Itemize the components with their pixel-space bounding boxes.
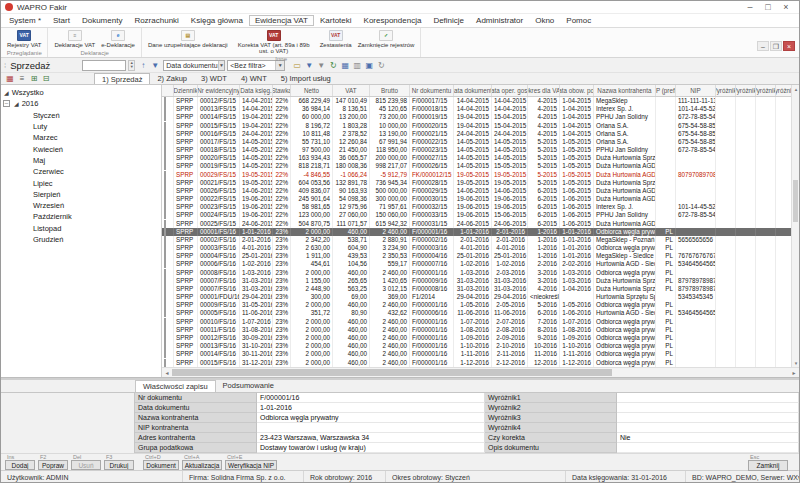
column-header-Data księg.[interactable]: Data księg. bbox=[240, 85, 273, 96]
row-checkbox[interactable] bbox=[162, 342, 174, 350]
tree-item-month-marzec[interactable]: Marzec bbox=[1, 132, 161, 143]
column-header-Nr dokumentu[interactable]: Nr dokumentu bbox=[410, 85, 454, 96]
tree-item-month-wrzesień[interactable]: Wrzesień bbox=[1, 200, 161, 211]
row-checkbox[interactable] bbox=[162, 105, 174, 113]
table-row[interactable]: SPRP00024/FS/1519-06-201522%123 000,0027… bbox=[162, 211, 799, 219]
column-header-Wyróżnik4[interactable]: Wyróżnik4 bbox=[776, 85, 792, 96]
menu-item-okno[interactable]: Okno bbox=[529, 15, 560, 26]
row-checkbox[interactable] bbox=[162, 97, 174, 105]
column-header-Wyróżnik1[interactable]: Wyróżnik1 bbox=[716, 85, 736, 96]
close-window-icon[interactable]: × bbox=[777, 1, 795, 13]
tab-sprzedaż[interactable]: 1) Sprzedaż bbox=[94, 73, 150, 84]
tree-item-month-grudzień[interactable]: Grudzień bbox=[1, 234, 161, 245]
zamknij-button[interactable]: Zamknij bbox=[748, 460, 788, 471]
row-checkbox[interactable] bbox=[162, 350, 174, 358]
table-row[interactable]: SPRP00017/FS/1514-05-201522%55 731,1012 … bbox=[162, 138, 799, 146]
column-header-Data oper. gosp.[interactable]: Data oper. gosp. bbox=[492, 85, 528, 96]
maximize-window-icon[interactable]: □ bbox=[759, 1, 777, 13]
popraw-button[interactable]: Popraw bbox=[38, 460, 68, 470]
tree-item-year[interactable]: –◢2016 bbox=[1, 98, 161, 109]
row-checkbox[interactable] bbox=[162, 326, 174, 334]
tree-item-month-styczeń[interactable]: Styczeń bbox=[1, 110, 161, 121]
scroll-down-icon[interactable]: ▾ bbox=[792, 359, 799, 367]
scroll-right-icon[interactable]: ▸ bbox=[789, 368, 799, 377]
tree-item-month-luty[interactable]: Luty bbox=[1, 121, 161, 132]
column-header-Data obow. pod.[interactable]: Data obow. pod. bbox=[560, 85, 594, 96]
table-row[interactable]: SPRP00007/FS/1631-03-201623%2 448,90563,… bbox=[162, 285, 799, 293]
ribbon-button-reports[interactable]: VATZestawienia bbox=[317, 29, 355, 48]
row-checkbox[interactable] bbox=[162, 285, 174, 293]
row-checkbox[interactable] bbox=[162, 130, 174, 138]
scroll-left-icon[interactable]: ◂ bbox=[162, 368, 172, 377]
row-checkbox[interactable] bbox=[162, 260, 174, 268]
menu-item-definicje[interactable]: Definicje bbox=[427, 15, 470, 26]
details-tab-1[interactable]: Podsumowanie bbox=[216, 380, 281, 392]
menu-item-ewidencja-vat[interactable]: Ewidencja VAT bbox=[249, 15, 314, 26]
row-checkbox[interactable] bbox=[162, 359, 174, 367]
row-checkbox[interactable] bbox=[162, 187, 174, 195]
mdi-restore-icon[interactable]: ❐ bbox=[770, 41, 782, 51]
row-checkbox[interactable] bbox=[162, 334, 174, 342]
dodaj-button[interactable]: Dodaj bbox=[5, 460, 35, 470]
horizontal-scrollbar[interactable]: ◂ ▸ bbox=[162, 367, 799, 377]
ribbon-button-vat-correction[interactable]: VATKorekta VAT (art. 89a i 89b ust. o VA… bbox=[231, 29, 317, 55]
tree-item-month-maj[interactable]: Maj bbox=[1, 155, 161, 166]
column-header-Dziennik[interactable]: Dziennik bbox=[174, 85, 198, 96]
tab-import-usług[interactable]: 5) Import usług bbox=[274, 73, 338, 84]
mdi-close-icon[interactable]: × bbox=[783, 41, 795, 51]
row-checkbox[interactable] bbox=[162, 301, 174, 309]
tab-wnt[interactable]: 4) WNT bbox=[234, 73, 274, 84]
table-row[interactable]: SPRP00015/FS/1631-12-201623%2 000,00460,… bbox=[162, 359, 799, 367]
tree-item-month-listopad[interactable]: Listopad bbox=[1, 223, 161, 234]
row-checkbox[interactable] bbox=[162, 252, 174, 260]
column-header-Okres dla VAT[interactable]: Okres dla VAT bbox=[528, 85, 560, 96]
row-checkbox[interactable] bbox=[162, 277, 174, 285]
menu-item-start[interactable]: Start bbox=[47, 15, 76, 26]
column-header-VAT[interactable]: VAT bbox=[333, 85, 370, 96]
column-header-NIP[interactable]: NIP bbox=[676, 85, 716, 96]
ribbon-button-vat-declarations[interactable]: ≡Deklaracje VAT bbox=[51, 29, 98, 48]
dokument-button[interactable]: Dokument bbox=[143, 460, 179, 470]
details-tab-0[interactable]: Właściwości zapisu bbox=[135, 380, 216, 392]
table-row[interactable]: SPRP00015/FS/1519-04-201522%8 196,721 80… bbox=[162, 122, 799, 130]
table-row[interactable]: SPRP00003/FS/164-01-201623%2 630,00604,9… bbox=[162, 244, 799, 252]
table-row[interactable]: SPRP00013/FS/1631-10-201623%2 000,00460,… bbox=[162, 342, 799, 350]
row-checkbox[interactable] bbox=[162, 138, 174, 146]
collapse-tree-icon[interactable]: ⊟ bbox=[40, 73, 52, 84]
tree-item-month-kwiecień[interactable]: Kwiecień bbox=[1, 143, 161, 154]
mdi-minimize-icon[interactable]: – bbox=[757, 41, 769, 51]
menu-item-dokumenty[interactable]: Dokumenty bbox=[76, 15, 128, 26]
column-header-select[interactable] bbox=[162, 85, 174, 96]
tree-item-month-sierpień[interactable]: Sierpień bbox=[1, 189, 161, 200]
drukuj-button[interactable]: Drukuj bbox=[104, 460, 134, 470]
table-row[interactable]: SPRP00018/FS/1514-05-201522%97 500,0021 … bbox=[162, 146, 799, 154]
table-row[interactable]: SPRP00014/FS/1519-04-201522%60 000,0013 … bbox=[162, 113, 799, 121]
table-row[interactable]: SPRP00022/FS/1519-06-201522%245 901,6454… bbox=[162, 195, 799, 203]
tree-item-month-październik[interactable]: Październik bbox=[1, 211, 161, 222]
table-row[interactable]: SPRP00002/FS/162-01-201623%2 342,20538,7… bbox=[162, 236, 799, 244]
menu-item-system-[interactable]: System * bbox=[3, 15, 47, 26]
table-row[interactable]: SPRP00005/FS/1611-06-201623%351,7280,904… bbox=[162, 309, 799, 317]
row-checkbox[interactable] bbox=[162, 171, 174, 179]
ribbon-button-close-registers[interactable]: ✓Zamknięcie rejestrów bbox=[355, 29, 418, 48]
row-checkbox[interactable] bbox=[162, 122, 174, 130]
register-summary-icon[interactable]: ▦ bbox=[4, 73, 16, 84]
table-row[interactable]: SPRP00023/FS/1519-06-201522%58 981,6512 … bbox=[162, 203, 799, 211]
table-row[interactable]: SPRP00025/FS/1524-06-201522%504 870,7511… bbox=[162, 220, 799, 228]
menu-item-pomoc[interactable]: Pomoc bbox=[560, 15, 597, 26]
row-checkbox[interactable] bbox=[162, 236, 174, 244]
table-row[interactable]: SPRP00008/FS/161-03-201623%2 000,00460,0… bbox=[162, 269, 799, 277]
vertical-scrollbar[interactable]: ▴ ▾ bbox=[791, 85, 799, 367]
table-row[interactable]: SPRP00026/FS/1514-06-201522%409 836,0790… bbox=[162, 187, 799, 195]
row-checkbox[interactable] bbox=[162, 309, 174, 317]
tree-item-month-czerwiec[interactable]: Czerwiec bbox=[1, 166, 161, 177]
row-checkbox[interactable] bbox=[162, 146, 174, 154]
table-row[interactable]: SPRP00001/FDU/1629-04-201623%300,0069,00… bbox=[162, 293, 799, 301]
table-row[interactable]: SPRP00012/FS/1514-04-201522%668 229,4914… bbox=[162, 97, 799, 105]
table-row[interactable]: SPRP00012/FS/1630-09-201623%2 000,00460,… bbox=[162, 334, 799, 342]
row-checkbox[interactable] bbox=[162, 220, 174, 228]
tree-item-root[interactable]: ◢Wszystko bbox=[1, 87, 161, 98]
table-row[interactable]: SPRP00020/FS/1514-05-201522%163 934,4336… bbox=[162, 154, 799, 162]
column-header-Wyróżnik3[interactable]: Wyróżnik3 bbox=[756, 85, 776, 96]
row-checkbox[interactable] bbox=[162, 113, 174, 121]
